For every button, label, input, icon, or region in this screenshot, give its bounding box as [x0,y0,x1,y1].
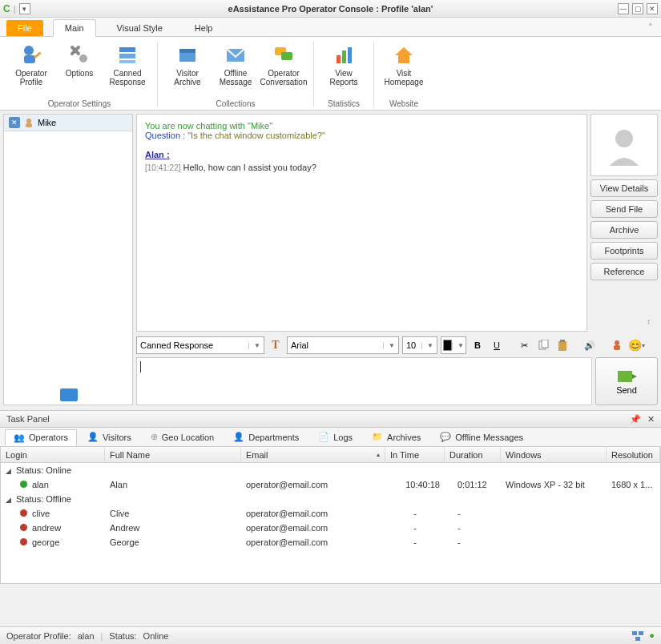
tab-visual-style[interactable]: Visual Style [106,20,174,36]
underline-button[interactable]: U [489,337,505,353]
tab-geo-location[interactable]: ⊕Geo Location [142,429,223,445]
bold-button[interactable]: B [470,337,486,353]
send-file-button[interactable]: Send File [590,200,658,218]
color-swatch [443,340,452,351]
tab-departments[interactable]: 👤Departments [224,429,308,445]
canned-response-button[interactable]: CannedResponse [104,38,151,90]
visit-homepage-button[interactable]: VisitHomepage [381,38,427,90]
globe-icon: ⊕ [151,432,158,442]
svg-rect-24 [618,371,632,382]
col-intime[interactable]: In Time [385,447,445,462]
svg-rect-13 [342,50,346,63]
person-action-icon[interactable] [609,337,625,353]
minimize-button[interactable]: — [618,3,629,14]
department-icon: 👤 [233,432,244,442]
chat-bubbles-icon [270,42,297,67]
status-status-value: Online [143,631,169,641]
emoji-icon[interactable]: 😊▾ [628,337,644,353]
options-button[interactable]: Options [56,38,103,90]
footprints-button[interactable]: Footprints [590,242,658,260]
svg-point-0 [24,46,34,55]
archive-icon [174,42,201,67]
tab-file[interactable]: File [6,20,43,36]
visitor-archive-button[interactable]: VisitorArchive [164,38,211,90]
svg-point-15 [26,119,31,123]
font-size-select[interactable]: 10▼ [402,336,437,354]
qa-dropdown-icon[interactable]: ▾ [19,3,30,14]
svg-rect-12 [337,55,341,63]
status-dot-online [20,481,27,488]
operator-profile-button[interactable]: OperatorProfile [8,38,54,90]
archive-button[interactable]: Archive [590,221,658,239]
mail-icon [222,42,249,67]
cut-icon[interactable]: ✂ [516,337,532,353]
network-icon[interactable] [631,630,644,642]
col-windows[interactable]: Windows [501,447,607,462]
connection-icon[interactable]: ● [649,630,655,642]
tab-archives[interactable]: 📁Archives [363,429,429,445]
send-button[interactable]: Send [595,357,658,405]
tab-visitors[interactable]: 👤Visitors [79,429,140,445]
table-row[interactable]: alan Alan operator@email.com 10:40:18 0:… [1,477,660,492]
col-fullname[interactable]: Full Name [105,447,241,462]
message-input[interactable] [136,357,592,405]
sound-icon[interactable]: 🔊 [582,337,598,353]
avatar [590,114,658,176]
font-select[interactable]: Arial▼ [287,336,399,354]
paste-icon[interactable] [554,337,570,353]
titlebar: C | ▾ eAssistance Pro Operator Console :… [0,0,661,18]
col-resolution[interactable]: Resolution [607,447,660,462]
table-row[interactable]: george George operator@email.com - - [1,535,660,549]
table-row[interactable]: andrew Andrew operator@email.com - - [1,521,660,535]
svg-rect-23 [614,345,620,350]
operator-conversation-button[interactable]: OperatorConversation [260,38,307,90]
ribbon-group-settings: OperatorProfile Options CannedResponse O… [6,38,152,110]
pin-icon[interactable]: 📌 [630,414,641,425]
status-profile-value: alan [78,631,95,641]
color-select[interactable]: ▼ [441,336,466,354]
resize-handle-icon[interactable]: ↕ [647,317,658,328]
svg-rect-19 [542,340,548,348]
chat-side-panel: View Details Send File Archive Footprint… [590,114,658,332]
svg-rect-1 [24,55,35,63]
chat-item-name: Mike [38,118,56,127]
view-details-button[interactable]: View Details [590,179,658,197]
message-text: Hello, how can I assist you today? [183,163,316,172]
offline-message-button[interactable]: OfflineMessage [212,38,259,90]
grid-header[interactable]: Login Full Name Email In Time Duration W… [1,447,660,463]
tab-operators[interactable]: 👥Operators [5,429,77,446]
copy-icon[interactable] [535,337,551,353]
status-status-label: Status: [109,631,136,641]
ribbon-collapse-icon[interactable]: ˄ [648,22,653,33]
font-icon: T [268,337,284,353]
tab-offline-messages[interactable]: 💬Offline Messages [431,429,532,445]
svg-rect-16 [26,123,32,127]
maximize-button[interactable]: ▢ [632,3,643,14]
folder-icon[interactable] [60,388,78,401]
person-edit-icon [18,42,45,67]
close-chat-icon[interactable]: ✕ [9,117,20,128]
canned-response-select[interactable]: Canned Response▼ [136,336,264,354]
tab-main[interactable]: Main [53,19,96,37]
col-login[interactable]: Login [1,447,105,462]
tab-logs[interactable]: 📄Logs [309,429,361,445]
chat-list-item[interactable]: ✕ Mike [4,115,132,131]
close-panel-icon[interactable]: ✕ [647,414,655,425]
group-row-online[interactable]: ◢Status: Online [1,463,660,477]
grid-body: ◢Status: Online alan Alan operator@email… [1,463,660,583]
stack-icon [114,42,141,67]
reference-button[interactable]: Reference [590,263,658,280]
col-duration[interactable]: Duration [445,447,501,462]
tab-help[interactable]: Help [183,20,224,36]
close-button[interactable]: ✕ [647,3,658,14]
table-row[interactable]: clive Clive operator@email.com - - [1,506,660,521]
col-email[interactable]: Email [241,447,385,462]
ribbon-group-website: VisitHomepage Website [379,38,429,110]
svg-rect-25 [632,631,637,635]
status-dot-offline [20,538,27,545]
svg-rect-4 [119,47,135,52]
offline-msg-icon: 💬 [440,432,451,442]
status-profile-label: Operator Profile: [6,631,71,641]
view-reports-button[interactable]: ViewReports [320,38,367,90]
group-row-offline[interactable]: ◢Status: Offline [1,492,660,506]
